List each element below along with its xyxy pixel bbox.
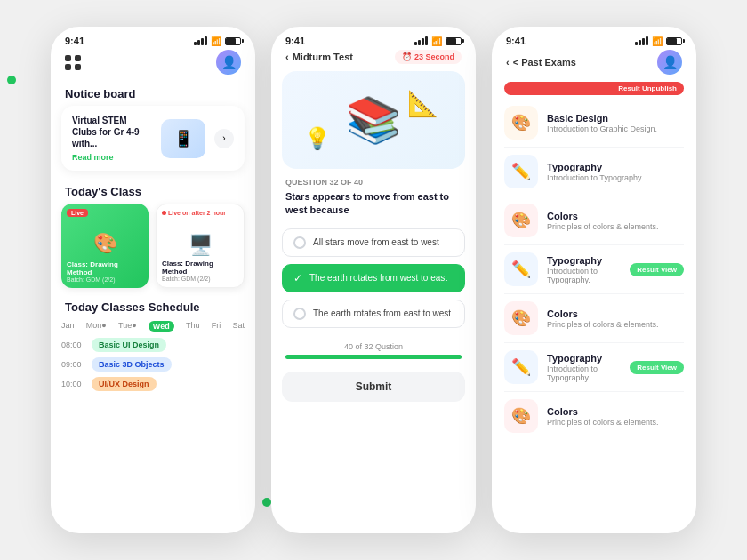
exam-icon-4: ✏️ xyxy=(504,252,538,286)
time-1: 9:41 xyxy=(65,36,84,46)
time-0800: 08:00 xyxy=(61,340,86,349)
option-text-1: All stars move from east to west xyxy=(313,237,439,247)
p3-top-bar: ‹ < Past Exams 👤 xyxy=(492,50,696,82)
exam-icon-2: ✏️ xyxy=(504,155,538,188)
day-tue[interactable]: Tue● xyxy=(118,321,137,332)
class-batch-1: Batch: GDM (2/2) xyxy=(67,276,143,283)
menu-icon[interactable] xyxy=(65,55,81,70)
clock-icon: ⏰ xyxy=(402,52,412,61)
option-text-2: The earth rotates from west to east xyxy=(309,273,447,283)
past-exams-title: < Past Exams xyxy=(513,57,576,68)
option-radio-1 xyxy=(293,236,306,249)
exam-item-1[interactable]: 🎨 Basic Design Introduction to Graphic D… xyxy=(492,99,696,147)
schedule-row-1: 08:00 Basic UI Design xyxy=(51,335,255,355)
phone-2: 9:41 📶 ‹ Midturm Test ⏰ 23 Second 📚 📐 💡 xyxy=(271,27,476,533)
schedule-title: Today Classes Schedule xyxy=(51,295,255,319)
live-badge: Live xyxy=(67,209,88,217)
exam-info-4: Typography Introduction to Typography. xyxy=(547,255,621,284)
quiz-art-2: 📐 xyxy=(407,89,438,118)
status-icons-3: 📶 xyxy=(635,36,682,46)
schedule-item-3[interactable]: UI/UX Design xyxy=(92,377,157,391)
result-unpublish-container: Result Unpublish xyxy=(492,82,696,99)
day-mon[interactable]: Mon● xyxy=(86,321,107,332)
exam-sub-2: Introduction to Typography. xyxy=(547,173,684,182)
back-chevron-2: ‹ xyxy=(285,52,289,62)
schedule-row-2: 09:00 Basic 3D Objects xyxy=(51,355,255,374)
class-card-soon[interactable]: Live on after 2 hour 🖥️ Class: Drawing M… xyxy=(156,204,245,288)
option-3[interactable]: The earth rotates from east to west xyxy=(282,300,465,328)
option-2-correct[interactable]: ✓ The earth rotates from west to east xyxy=(282,264,465,292)
progress-label: 40 of 32 Qustion xyxy=(285,342,462,351)
exam-sub-7: Principles of colors & elements. xyxy=(547,418,684,427)
option-radio-3 xyxy=(293,308,306,320)
progress-section: 40 of 32 Qustion xyxy=(271,335,476,366)
notice-title: Virtual STEM Clubs for Gr 4-9 with... xyxy=(72,115,152,149)
class-card-live[interactable]: Live 🎨 Class: Drawing Method Batch: GDM … xyxy=(61,204,149,288)
wifi-icon-1: 📶 xyxy=(211,36,221,46)
schedule-item-2[interactable]: Basic 3D Objects xyxy=(92,357,172,372)
exam-item-7[interactable]: 🎨 Colors Principles of colors & elements… xyxy=(492,392,696,440)
quiz-art-3: 💡 xyxy=(304,126,331,151)
time-2: 9:41 xyxy=(285,36,305,46)
back-button-2[interactable]: ‹ Midturm Test xyxy=(285,52,353,62)
avatar-1[interactable]: 👤 xyxy=(216,50,241,75)
wifi-icon-2: 📶 xyxy=(431,36,442,46)
exam-icon-1: 🎨 xyxy=(504,106,538,140)
exam-item-6[interactable]: ✏️ Typography Introduction to Typography… xyxy=(492,343,696,391)
exam-sub-6: Introduction to Typography. xyxy=(547,364,621,382)
read-more-link[interactable]: Read more xyxy=(72,153,152,162)
live-soon-badge: Live on after 2 hour xyxy=(162,210,226,216)
back-chevron-3: ‹ xyxy=(506,57,510,68)
time-0900: 09:00 xyxy=(61,360,86,369)
day-wed[interactable]: Wed xyxy=(149,321,174,332)
notice-arrow[interactable]: › xyxy=(214,129,234,148)
result-view-badge-2[interactable]: Result View xyxy=(630,361,684,374)
schedule-item-1[interactable]: Basic UI Design xyxy=(92,338,166,352)
back-button-3[interactable]: ‹ < Past Exams xyxy=(506,57,576,68)
time-1000: 10:00 xyxy=(61,380,86,388)
status-icons-2: 📶 xyxy=(414,36,462,46)
exam-item-3[interactable]: 🎨 Colors Principles of colors & elements… xyxy=(492,196,696,244)
deco-dot-5 xyxy=(262,498,271,507)
exam-name-2: Typography xyxy=(547,162,684,172)
exam-item-2[interactable]: ✏️ Typography Introduction to Typography… xyxy=(492,148,696,196)
day-sat[interactable]: Sat xyxy=(232,321,245,332)
schedule-row-3: 10:00 UI/UX Design xyxy=(51,374,255,394)
exam-name-4: Typography xyxy=(547,255,621,266)
phone-1: 9:41 📶 👤 Notice board Virtual STEM Clubs… xyxy=(51,27,255,533)
status-bar-1: 9:41 📶 xyxy=(51,27,255,50)
signal-2 xyxy=(414,36,428,45)
exam-icon-7: 🎨 xyxy=(504,399,538,433)
exam-icon-5: 🎨 xyxy=(504,301,538,335)
battery-2 xyxy=(446,37,462,45)
option-1[interactable]: All stars move from east to west xyxy=(282,228,465,257)
status-bar-2: 9:41 📶 xyxy=(271,27,476,50)
exam-info-3: Colors Principles of colors & elements. xyxy=(547,211,684,231)
day-thu[interactable]: Thu xyxy=(186,321,200,332)
exam-info-7: Colors Principles of colors & elements. xyxy=(547,406,684,427)
status-icons-1: 📶 xyxy=(194,36,241,46)
submit-button[interactable]: Submit xyxy=(282,372,465,402)
exam-sub-3: Principles of colors & elements. xyxy=(547,222,684,231)
battery-3 xyxy=(666,37,682,45)
signal-3 xyxy=(635,36,648,45)
class-info-1: Class: Drawing Method Batch: GDM (2/2) xyxy=(67,260,143,283)
notice-text: Virtual STEM Clubs for Gr 4-9 with... Re… xyxy=(72,115,152,162)
exam-item-5[interactable]: 🎨 Colors Principles of colors & elements… xyxy=(492,294,696,342)
quiz-art: 📚 xyxy=(346,94,401,146)
notice-card[interactable]: Virtual STEM Clubs for Gr 4-9 with... Re… xyxy=(61,106,245,171)
avatar-3[interactable]: 👤 xyxy=(657,50,682,75)
day-fri[interactable]: Fri xyxy=(212,321,221,332)
exam-item-4[interactable]: ✏️ Typography Introduction to Typography… xyxy=(492,245,696,293)
exam-sub-5: Principles of colors & elements. xyxy=(547,320,684,329)
exam-sub-1: Introduction to Graphic Design. xyxy=(547,124,684,133)
result-view-badge-1[interactable]: Result View xyxy=(630,263,684,276)
wifi-icon-3: 📶 xyxy=(652,36,663,46)
class-name-1: Class: Drawing Method xyxy=(67,260,143,276)
test-title: Midturm Test xyxy=(293,52,353,62)
result-unpublish-badge: Result Unpublish xyxy=(504,82,684,95)
p2-top-bar: ‹ Midturm Test ⏰ 23 Second xyxy=(271,50,476,71)
exam-info-2: Typography Introduction to Typography. xyxy=(547,162,684,182)
time-3: 9:41 xyxy=(506,36,526,46)
exam-name-5: Colors xyxy=(547,308,684,319)
